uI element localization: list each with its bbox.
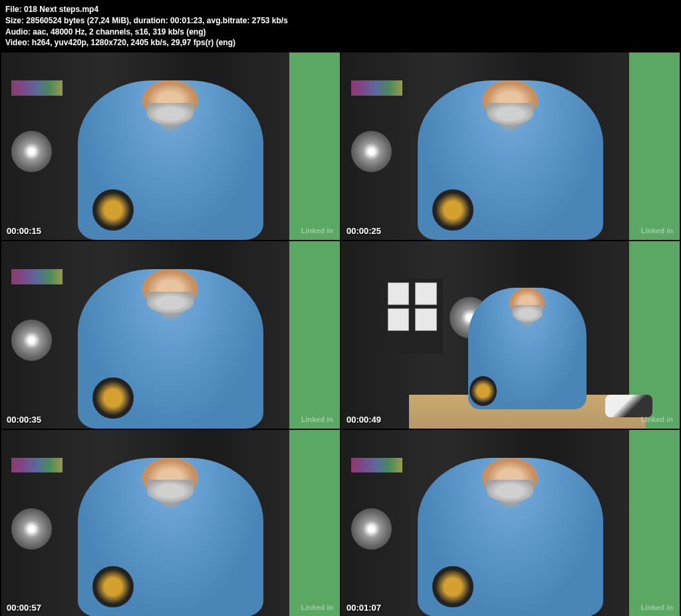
file-value: 018 Next steps.mp4 — [24, 5, 98, 14]
color-calibration-strip — [11, 80, 62, 96]
color-calibration-strip — [11, 458, 62, 473]
green-screen — [289, 241, 340, 429]
video-value: h264, yuv420p, 1280x720, 2405 kb/s, 29,9… — [32, 38, 235, 47]
color-calibration-strip — [351, 80, 402, 96]
color-calibration-strip — [351, 458, 402, 473]
timestamp: 00:00:25 — [346, 226, 381, 236]
vr-headset-icon — [605, 395, 652, 417]
linkedin-watermark: Linked in — [641, 603, 673, 611]
timestamp: 00:00:49 — [346, 415, 381, 425]
green-screen — [289, 430, 340, 616]
beard — [148, 480, 194, 502]
test-card-panel — [382, 278, 443, 354]
green-screen — [629, 52, 680, 240]
microphone-icon — [92, 377, 133, 419]
test-card — [415, 308, 436, 331]
test-card — [388, 282, 409, 305]
thumbnail-frame: 00:01:07 Linked in — [341, 430, 680, 616]
file-metadata: File: 018 Next steps.mp4 Size: 28560524 … — [0, 0, 681, 52]
timestamp: 00:01:07 — [346, 603, 381, 613]
size-line: Size: 28560524 bytes (27,24 MiB), durati… — [5, 15, 676, 27]
thumbnail-frame: 00:00:57 Linked in — [1, 430, 340, 616]
microphone-icon — [470, 376, 497, 406]
test-chart-icon — [351, 508, 392, 550]
audio-line: Audio: aac, 48000 Hz, 2 channels, s16, 3… — [5, 27, 676, 38]
file-label: File: — [5, 5, 22, 14]
timestamp: 00:00:57 — [7, 603, 41, 613]
linkedin-watermark: Linked in — [641, 227, 673, 235]
test-card — [415, 282, 436, 305]
color-calibration-strip — [11, 269, 62, 284]
thumbnail-frame: 00:00:25 Linked in — [341, 52, 680, 240]
green-screen — [289, 52, 340, 240]
linkedin-watermark: Linked in — [301, 603, 333, 611]
microphone-icon — [432, 189, 473, 231]
audio-label: Audio: — [5, 27, 31, 37]
test-card — [388, 308, 409, 331]
video-label: Video: — [5, 38, 29, 47]
size-label: Size: — [5, 16, 24, 25]
linkedin-watermark: Linked in — [641, 415, 673, 423]
beard — [487, 103, 534, 126]
thumbnail-grid: 00:00:15 Linked in 00:00:25 Linked in 00… — [0, 52, 681, 616]
thumbnail-frame: 00:00:49 Linked in — [341, 241, 680, 429]
test-chart-icon — [11, 508, 52, 550]
microphone-icon — [92, 189, 133, 231]
test-chart-icon — [11, 320, 52, 361]
video-line: Video: h264, yuv420p, 1280x720, 2405 kb/… — [5, 37, 676, 49]
linkedin-watermark: Linked in — [301, 227, 333, 235]
beard — [513, 305, 543, 322]
beard — [148, 292, 194, 314]
thumbnail-frame: 00:00:15 Linked in — [1, 52, 340, 240]
beard — [148, 103, 194, 126]
size-value: 28560524 bytes (27,24 MiB), duration: 00… — [26, 16, 288, 25]
beard — [487, 480, 534, 502]
file-line: File: 018 Next steps.mp4 — [5, 4, 676, 15]
linkedin-watermark: Linked in — [301, 415, 333, 423]
timestamp: 00:00:15 — [7, 226, 41, 236]
timestamp: 00:00:35 — [7, 415, 41, 425]
green-screen — [629, 430, 680, 616]
microphone-icon — [432, 566, 473, 607]
audio-value: aac, 48000 Hz, 2 channels, s16, 319 kb/s… — [33, 27, 205, 37]
microphone-icon — [92, 566, 133, 607]
thumbnail-frame: 00:00:35 Linked in — [1, 241, 340, 429]
